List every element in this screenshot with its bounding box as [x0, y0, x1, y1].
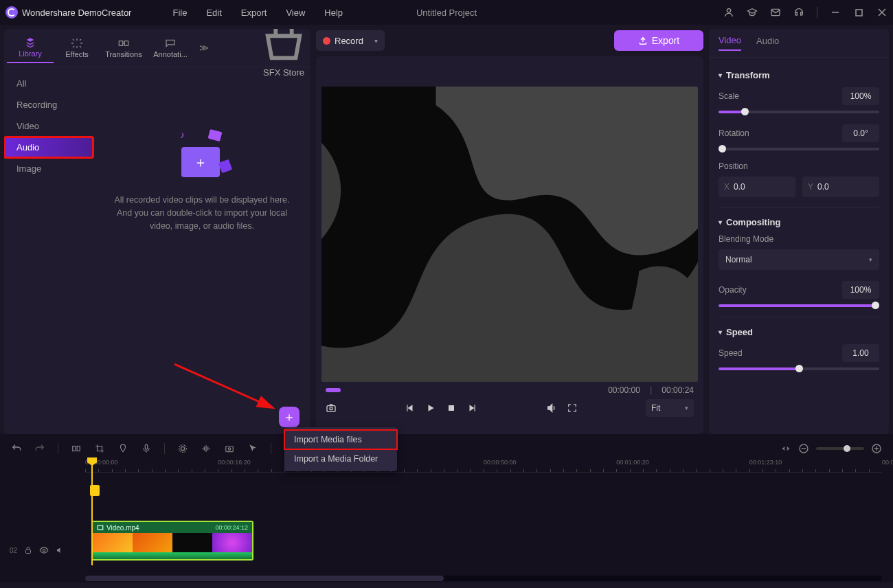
timeline-tracks[interactable]: Video.mp4 00:00:24:12: [85, 473, 889, 583]
redo-icon[interactable]: [34, 443, 45, 454]
cursor-icon[interactable]: [247, 443, 258, 454]
cat-all[interactable]: All: [4, 73, 93, 94]
zoom-out-icon[interactable]: [798, 443, 809, 454]
opacity-slider[interactable]: [719, 304, 879, 307]
zoom-fit-label: Fit: [651, 403, 660, 413]
svg-point-10: [330, 407, 332, 410]
section-speed[interactable]: Speed: [719, 327, 879, 337]
clip-duration: 00:00:24:12: [215, 524, 248, 531]
academy-icon[interactable]: [747, 7, 758, 18]
timeline-marker[interactable]: [90, 485, 100, 496]
menu-help[interactable]: Help: [324, 8, 343, 18]
chevron-down-icon: ▾: [869, 256, 872, 263]
zoom-in-icon[interactable]: [871, 443, 882, 454]
chevron-down-icon: ▾: [685, 405, 688, 411]
export-button[interactable]: Export: [614, 30, 703, 51]
timeline-scrollbar[interactable]: [85, 576, 882, 581]
section-compositing[interactable]: Compositing: [719, 217, 879, 227]
minimize-icon[interactable]: [830, 7, 841, 18]
audio-edit-icon[interactable]: [201, 443, 212, 454]
svg-point-17: [179, 445, 187, 453]
svg-point-0: [727, 9, 730, 12]
mail-icon[interactable]: [770, 7, 781, 18]
cat-image[interactable]: Image: [4, 158, 93, 179]
position-label: Position: [719, 161, 879, 171]
track-lock-icon[interactable]: [24, 546, 32, 554]
tab-transitions-label: Transitions: [105, 50, 142, 58]
snapshot-tl-icon[interactable]: [224, 443, 235, 454]
voiceover-icon[interactable]: [141, 443, 152, 454]
preview-scrubber[interactable]: [326, 387, 341, 393]
support-icon[interactable]: [793, 7, 804, 18]
blend-label: Blending Mode: [719, 234, 879, 244]
cat-video[interactable]: Video: [4, 115, 93, 137]
rotation-value[interactable]: 0.0°: [842, 124, 879, 142]
menu-edit[interactable]: Edit: [206, 8, 221, 18]
next-frame-icon[interactable]: [466, 403, 477, 414]
undo-icon[interactable]: [11, 443, 22, 454]
scale-slider[interactable]: [719, 111, 879, 113]
library-categories: All Recording Video Audio Image: [4, 67, 93, 434]
snapshot-icon[interactable]: [326, 403, 337, 414]
track-visible-icon[interactable]: [39, 545, 49, 555]
rotation-slider[interactable]: [719, 148, 879, 150]
cat-recording[interactable]: Recording: [4, 94, 93, 115]
record-button[interactable]: Record ▾: [316, 30, 385, 51]
svg-rect-14: [77, 446, 80, 451]
opacity-value[interactable]: 100%: [842, 281, 879, 299]
position-y-input[interactable]: Y0.0: [802, 177, 879, 197]
volume-icon[interactable]: [546, 403, 557, 414]
track-mute-icon[interactable]: [56, 546, 64, 554]
scale-label: Scale: [719, 91, 837, 101]
ruler-label: 00:01:40:00: [882, 459, 893, 466]
import-media-files[interactable]: Import Media files: [284, 430, 397, 449]
timeline-clip[interactable]: Video.mp4 00:00:24:12: [91, 521, 253, 561]
app-logo-icon: [5, 6, 18, 19]
stop-icon[interactable]: [446, 403, 457, 414]
blend-mode-select[interactable]: Normal ▾: [719, 249, 879, 270]
import-context-menu: Import Media files Import a Media Folder: [284, 427, 397, 471]
account-icon[interactable]: [723, 7, 734, 18]
ruler-label: 00:00:16:20: [218, 459, 251, 466]
library-drop-area[interactable]: ♪ ＋ All recorded video clips will be dis…: [93, 67, 310, 434]
tab-video-props[interactable]: Video: [719, 35, 741, 51]
zoom-slider[interactable]: [816, 447, 864, 450]
playhead[interactable]: [91, 459, 93, 565]
menu-file[interactable]: File: [172, 8, 187, 18]
timeline-panel: 00:00:00:0000:00:16:2000:00:33:1000:00:5…: [0, 434, 893, 583]
tab-library[interactable]: Library: [7, 33, 54, 63]
denoise-icon[interactable]: [177, 443, 188, 454]
drop-hint-text: All recorded video clips will be display…: [93, 194, 310, 232]
tab-effects[interactable]: Effects: [54, 34, 100, 63]
speed-value[interactable]: 1.00: [842, 344, 879, 362]
timeline-ruler[interactable]: 00:00:00:0000:00:16:2000:00:33:1000:00:5…: [85, 459, 882, 473]
speed-label: Speed: [719, 348, 837, 358]
crop-icon[interactable]: [94, 443, 105, 454]
play-icon[interactable]: [425, 403, 436, 414]
prev-frame-icon[interactable]: [405, 403, 416, 414]
tab-transitions[interactable]: Transitions: [100, 34, 147, 63]
svg-rect-15: [145, 444, 148, 449]
close-icon[interactable]: [877, 7, 888, 18]
add-media-button[interactable]: ＋: [279, 407, 299, 427]
import-media-folder[interactable]: Import a Media Folder: [284, 449, 397, 468]
section-transform[interactable]: Transform: [719, 70, 879, 80]
position-x-input[interactable]: X0.0: [719, 177, 795, 197]
svg-rect-11: [449, 405, 454, 411]
preview-canvas[interactable]: [321, 87, 698, 382]
marker-icon[interactable]: [117, 443, 128, 454]
tabs-more-icon[interactable]: ≫: [194, 43, 214, 53]
tab-annotations[interactable]: Annotati...: [147, 34, 194, 63]
scale-value[interactable]: 100%: [842, 87, 879, 105]
menu-export[interactable]: Export: [241, 8, 267, 18]
split-icon[interactable]: [71, 443, 82, 454]
zoom-fit-select[interactable]: Fit ▾: [646, 399, 694, 417]
cat-audio[interactable]: Audio: [4, 137, 93, 158]
maximize-icon[interactable]: [853, 7, 864, 18]
menu-view[interactable]: View: [286, 8, 305, 18]
speed-slider[interactable]: [719, 368, 879, 370]
fullscreen-icon[interactable]: [567, 403, 578, 414]
tab-audio-props[interactable]: Audio: [756, 36, 779, 50]
chevron-down-icon: ▾: [374, 37, 378, 45]
fit-timeline-icon[interactable]: [780, 443, 791, 454]
